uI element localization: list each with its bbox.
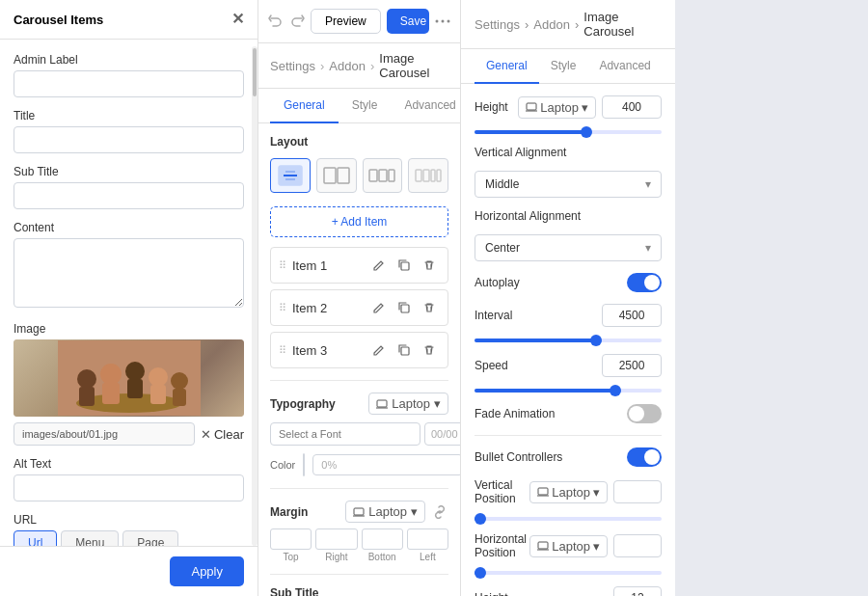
right-tab-general[interactable]: General xyxy=(475,49,539,84)
breadcrumb-addon[interactable]: Addon xyxy=(329,59,366,73)
delete-icon-2[interactable] xyxy=(419,297,440,318)
image-preview-inner xyxy=(14,339,244,417)
close-button[interactable]: ✕ xyxy=(231,12,244,27)
layout-grid xyxy=(270,158,448,193)
content-textarea[interactable] xyxy=(14,238,244,308)
copy-icon-2[interactable] xyxy=(393,297,415,318)
url-tab-url[interactable]: Url xyxy=(14,530,57,546)
height-slider-thumb[interactable] xyxy=(581,126,592,138)
url-tabs: Url Menu Page xyxy=(14,530,244,546)
image-label: Image xyxy=(14,322,244,336)
tab-general[interactable]: General xyxy=(270,89,339,123)
edit-icon-1[interactable] xyxy=(368,255,390,276)
clear-button[interactable]: ✕ Clear xyxy=(201,427,244,442)
drag-handle-2[interactable]: ⠿ xyxy=(279,302,286,314)
fade-animation-knob xyxy=(629,406,644,421)
margin-bottom-input[interactable] xyxy=(362,528,403,550)
svg-rect-32 xyxy=(354,508,364,515)
clear-x-icon: ✕ xyxy=(201,427,211,442)
layout-option-3[interactable] xyxy=(363,158,403,193)
layout-option-1[interactable] xyxy=(270,158,311,193)
tab-advanced[interactable]: Advanced xyxy=(391,89,469,123)
layout-option-4[interactable] xyxy=(408,158,448,193)
delete-icon-1[interactable] xyxy=(419,255,440,276)
undo-icon[interactable] xyxy=(268,8,284,35)
h-alignment-dropdown[interactable]: Center ▾ xyxy=(475,234,662,261)
carousel-item-3-label: Item 3 xyxy=(292,343,327,358)
speed-slider-track[interactable] xyxy=(475,389,662,393)
add-item-button[interactable]: + Add Item xyxy=(270,206,448,237)
vpos-slider-thumb[interactable] xyxy=(475,513,486,525)
drag-handle-1[interactable]: ⠿ xyxy=(279,259,286,272)
layout-option-2[interactable] xyxy=(316,158,357,193)
copy-icon-3[interactable] xyxy=(393,339,415,361)
v-alignment-dropdown[interactable]: Middle ▾ xyxy=(475,171,662,198)
alt-text-input[interactable] xyxy=(14,474,244,501)
breadcrumb-settings[interactable]: Settings xyxy=(270,59,315,73)
margin-top-input[interactable] xyxy=(270,528,312,550)
right-breadcrumb: Settings › Addon › Image Carousel xyxy=(461,0,675,49)
save-button[interactable]: Save xyxy=(387,9,429,34)
interval-value[interactable] xyxy=(602,304,662,327)
preview-button[interactable]: Preview xyxy=(311,9,381,34)
height-slider-track[interactable] xyxy=(475,130,662,134)
title-input[interactable] xyxy=(14,126,244,153)
breadcrumb-sep-2: › xyxy=(370,59,374,73)
typography-chevron-icon: ▾ xyxy=(434,396,441,411)
speed-value[interactable] xyxy=(602,354,662,377)
url-tab-menu[interactable]: Menu xyxy=(61,530,119,546)
edit-icon-3[interactable] xyxy=(368,339,390,361)
margin-device-selector[interactable]: Laptop ▾ xyxy=(345,501,425,523)
apply-button[interactable]: Apply xyxy=(170,556,244,586)
url-tab-page[interactable]: Page xyxy=(122,530,178,546)
image-path-row: images/about/01.jpg ✕ Clear xyxy=(14,422,244,446)
height-value[interactable] xyxy=(602,95,662,119)
edit-icon-2[interactable] xyxy=(368,297,390,318)
bullet-controllers-toggle[interactable] xyxy=(627,447,662,467)
margin-label: Margin xyxy=(270,505,308,519)
fade-animation-row: Fade Animation xyxy=(475,404,662,423)
tab-style[interactable]: Style xyxy=(339,89,392,123)
interval-slider-thumb[interactable] xyxy=(590,335,602,346)
hpos-device-badge[interactable]: Laptop ▾ xyxy=(529,535,608,557)
right-tab-advanced[interactable]: Advanced xyxy=(587,49,662,84)
margin-link-icon[interactable] xyxy=(431,503,448,521)
margin-left-input[interactable] xyxy=(407,528,448,550)
divider-1 xyxy=(270,380,448,381)
typography-device-selector[interactable]: Laptop ▾ xyxy=(368,393,448,415)
delete-icon-3[interactable] xyxy=(419,339,440,361)
copy-icon-1[interactable] xyxy=(393,255,415,276)
font-select-input[interactable] xyxy=(270,422,420,446)
bullet-height-value[interactable] xyxy=(613,586,662,596)
autoplay-toggle[interactable] xyxy=(627,273,662,292)
hpos-value[interactable] xyxy=(613,534,662,557)
svg-rect-27 xyxy=(437,170,441,181)
speed-slider-thumb[interactable] xyxy=(610,385,621,396)
vpos-slider-track[interactable] xyxy=(475,517,662,521)
interval-slider-track[interactable] xyxy=(475,339,662,342)
hpos-slider-thumb[interactable] xyxy=(475,567,486,579)
edit-svg-2 xyxy=(372,301,386,314)
redo-icon[interactable] xyxy=(289,8,305,35)
font-size-box[interactable]: 00/00 xyxy=(424,422,460,446)
edit-svg-3 xyxy=(372,343,386,357)
fade-animation-toggle[interactable] xyxy=(627,404,662,423)
scroll-indicator xyxy=(252,46,258,546)
color-swatch-typography[interactable] xyxy=(303,453,305,476)
vpos-value[interactable] xyxy=(613,480,662,503)
right-breadcrumb-addon[interactable]: Addon xyxy=(533,17,570,32)
hpos-slider-track[interactable] xyxy=(475,571,662,575)
more-options-icon[interactable] xyxy=(435,8,450,35)
admin-label-input[interactable] xyxy=(14,70,244,97)
margin-right-input[interactable] xyxy=(315,528,357,550)
color-input-typography[interactable] xyxy=(312,454,460,475)
margin-top-wrap: Top xyxy=(270,528,312,562)
subtitle-input[interactable] xyxy=(14,182,244,209)
height-device-badge[interactable]: Laptop ▾ xyxy=(518,96,596,119)
layout-icon-single xyxy=(277,164,304,187)
right-breadcrumb-settings[interactable]: Settings xyxy=(475,17,520,32)
right-tab-style[interactable]: Style xyxy=(539,49,588,84)
drag-handle-3[interactable]: ⠿ xyxy=(279,344,286,357)
title-group: Title xyxy=(14,109,244,153)
vpos-device-badge[interactable]: Laptop ▾ xyxy=(529,481,608,503)
